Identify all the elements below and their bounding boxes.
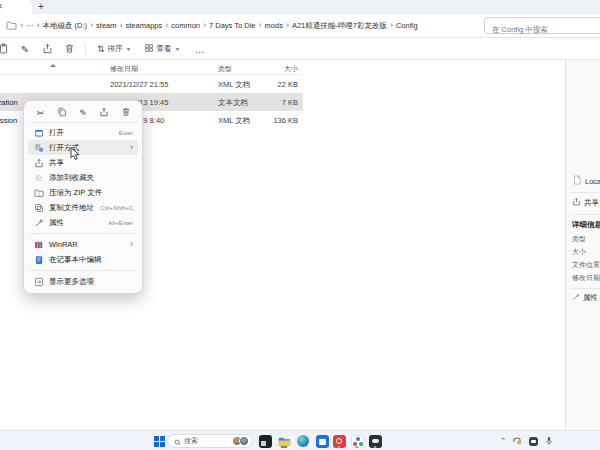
wrench-icon [572, 293, 580, 303]
menu-shortcut: Ctrl+Shift+C [100, 205, 133, 211]
breadcrumb-separator-icon: › [90, 21, 93, 30]
file-size: 7 KB [282, 98, 298, 107]
search-box[interactable] [484, 17, 600, 34]
taskbar-store-app[interactable] [315, 434, 329, 448]
context-menu: ✂✎ 打开Enter打开方式›共享☆添加到收藏夹压缩为 ZIP 文件复制文件地址… [23, 100, 143, 294]
menu-item[interactable]: 复制文件地址Ctrl+Shift+C [28, 200, 138, 215]
details-share-button[interactable]: 共享 [572, 197, 599, 208]
open-with-icon [33, 142, 44, 153]
menu-item[interactable]: 显示更多选项 [28, 274, 138, 289]
breadcrumb-item[interactable]: 7 Days To Die [209, 21, 256, 30]
breadcrumb-separator-icon: › [390, 21, 393, 30]
explorer-tab-bar: ✕ + [0, 0, 600, 14]
taskbar-circles-app[interactable] [350, 434, 364, 448]
search-highlights [232, 436, 249, 446]
menu-item-label: 打开 [49, 128, 64, 138]
menu-shortcut: Alt+Enter [108, 220, 133, 226]
menu-item-label: 添加到收藏夹 [49, 173, 94, 183]
running-app-indicator [356, 446, 359, 448]
cut-button[interactable]: ✂ [34, 106, 47, 119]
file-row[interactable]: buffs2021/12/27 21:55XML 文档22 KB [0, 75, 303, 93]
winrar-icon [33, 239, 44, 250]
breadcrumb-separator-icon: › [203, 21, 206, 30]
trash-button[interactable] [119, 106, 132, 119]
breadcrumb-item[interactable]: A21精通技能-哔哩7彩龙改版 [292, 21, 387, 31]
microphone-icon[interactable] [544, 436, 554, 446]
selected-file-name: Localization [585, 177, 600, 186]
search-input[interactable] [485, 22, 600, 37]
menu-separator [30, 270, 136, 271]
menu-item-label: 压缩为 ZIP 文件 [49, 188, 102, 198]
trash-icon [64, 43, 75, 56]
taskbar-app-dark-window[interactable] [258, 434, 272, 448]
taskbar-dark-app[interactable] [368, 434, 382, 448]
breadcrumb-separator-icon: › [165, 21, 168, 30]
wrench-icon [33, 217, 44, 228]
new-tab-button[interactable]: + [34, 0, 48, 14]
column-date[interactable]: 修改日期 [110, 64, 138, 74]
detail-field-label: 文件位置 [572, 260, 600, 273]
menu-item-label: WinRAR [49, 240, 78, 249]
column-size[interactable]: 大小 [284, 64, 298, 74]
taskbar-search[interactable]: 搜索 [167, 434, 253, 448]
menu-item[interactable]: 打开Enter [28, 125, 138, 140]
menu-item-label: 显示更多选项 [49, 277, 94, 287]
rename-button[interactable]: ✎ [14, 41, 36, 58]
details-properties-button[interactable]: 属性 [572, 293, 598, 303]
file-name: Localization [0, 98, 18, 107]
tab-close-icon[interactable]: ✕ [0, 1, 6, 13]
menu-shortcut: Enter [119, 130, 133, 136]
view-button[interactable]: 查看 ▼ [138, 41, 187, 58]
share-icon [572, 197, 581, 208]
more-options-button[interactable]: … [186, 44, 213, 55]
tray-app-icon[interactable] [528, 436, 538, 446]
rename-button[interactable]: ✎ [77, 106, 90, 119]
detail-field-label: 修改日期 [572, 273, 600, 286]
submenu-arrow-icon: › [130, 143, 133, 152]
rename-icon: ✎ [21, 44, 29, 55]
taskbar-red-app[interactable] [332, 434, 346, 448]
breadcrumb: ›⋯›本地磁盘 (D:)›steam›steamapps›common›7 Da… [17, 21, 479, 31]
menu-item[interactable]: WinRAR› [28, 237, 138, 252]
menu-item[interactable]: 在记事本中编辑 [28, 252, 138, 267]
rename-icon: ✎ [79, 108, 87, 118]
menu-item[interactable]: 压缩为 ZIP 文件 [28, 185, 138, 200]
paste-button[interactable] [0, 41, 14, 58]
paste-icon [0, 43, 9, 56]
menu-item[interactable]: 打开方式› [28, 140, 138, 155]
folder-icon [6, 20, 17, 31]
mouse-cursor [70, 147, 81, 165]
start-button[interactable] [152, 434, 166, 448]
cut-icon: ✂ [37, 108, 45, 118]
taskbar-edge[interactable] [296, 434, 310, 448]
trash-button[interactable] [58, 41, 80, 58]
breadcrumb-item[interactable]: common [171, 21, 200, 30]
share-button[interactable] [36, 41, 58, 58]
explorer-tab[interactable]: ✕ [0, 0, 32, 14]
sort-button[interactable]: ⇅ 排序 ▼ [91, 41, 138, 58]
share-button[interactable] [98, 106, 111, 119]
breadcrumb-item[interactable]: steam [96, 21, 116, 30]
breadcrumb-item[interactable]: Config [396, 21, 418, 30]
menu-item[interactable]: 共享 [28, 155, 138, 170]
file-type: XML 文档 [218, 116, 250, 126]
taskbar-file-explorer[interactable] [277, 434, 291, 448]
menu-item-label: 复制文件地址 [49, 203, 94, 213]
copy-button[interactable] [55, 106, 68, 119]
breadcrumb-item[interactable]: mods [265, 21, 283, 30]
menu-item[interactable]: 属性Alt+Enter [28, 215, 138, 230]
breadcrumb-item[interactable]: steamapps [126, 21, 163, 30]
tray-expand-icon[interactable]: ⌃ [500, 437, 506, 445]
active-app-indicator [281, 446, 288, 448]
tray-app-icon[interactable] [512, 436, 522, 446]
menu-item[interactable]: ☆添加到收藏夹 [28, 170, 138, 185]
breadcrumb-item[interactable]: 本地磁盘 (D:) [43, 21, 88, 31]
sort-ascending-icon [50, 64, 56, 67]
context-menu-quick-actions: ✂✎ [28, 104, 138, 123]
taskbar-search-label: 搜索 [184, 436, 229, 446]
column-type[interactable]: 类型 [218, 64, 232, 74]
file-type: 文本文档 [218, 98, 248, 108]
breadcrumb-item[interactable]: ⋯ [26, 21, 34, 30]
highlight-image [239, 436, 249, 446]
breadcrumb-separator-icon: › [286, 21, 289, 30]
